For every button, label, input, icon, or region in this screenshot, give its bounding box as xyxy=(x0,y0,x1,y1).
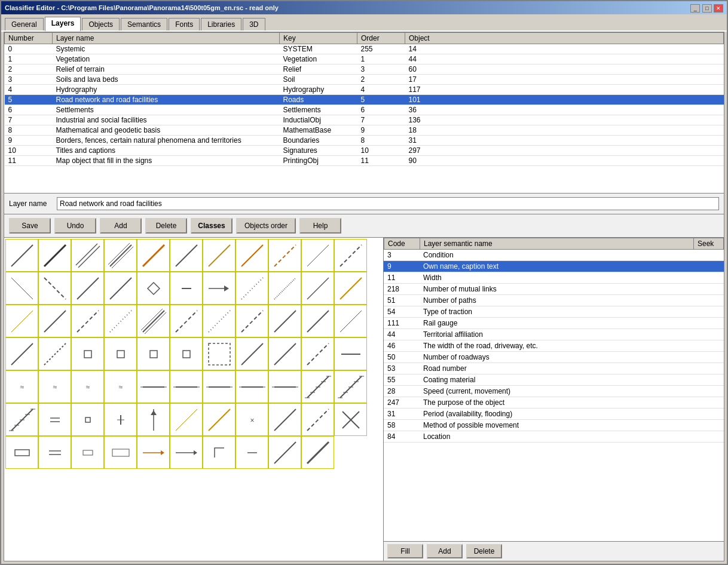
icon-cell[interactable] xyxy=(104,239,137,272)
tab-libraries[interactable]: Libraries xyxy=(201,18,241,30)
icon-cell[interactable] xyxy=(38,337,71,370)
icon-cell[interactable] xyxy=(104,436,137,469)
icon-cell[interactable] xyxy=(38,272,71,305)
semantics-row[interactable]: 51 Number of paths xyxy=(384,295,724,306)
delete-button[interactable]: Delete xyxy=(145,218,187,234)
icon-cell[interactable]: ≈ xyxy=(71,370,104,403)
icon-cell[interactable] xyxy=(235,436,268,469)
semantics-row[interactable]: 50 Number of roadways xyxy=(384,352,724,363)
sem-delete-button[interactable]: Delete xyxy=(466,544,502,558)
icon-cell[interactable] xyxy=(104,337,137,370)
maximize-button[interactable]: □ xyxy=(702,4,712,13)
icon-cell[interactable] xyxy=(203,305,235,337)
icon-cell[interactable] xyxy=(301,337,334,370)
semantics-row[interactable]: 3 Condition xyxy=(384,250,724,261)
icon-cell[interactable] xyxy=(71,272,104,305)
sem-add-button[interactable]: Add xyxy=(427,544,463,558)
tab-semantics[interactable]: Semantics xyxy=(121,18,167,30)
table-row[interactable]: 8 Mathematical and geodetic basis Mathem… xyxy=(5,125,724,136)
minimize-button[interactable]: _ xyxy=(690,4,700,13)
semantics-row[interactable]: 111 Rail gauge xyxy=(384,318,724,329)
table-row[interactable]: 4 Hydrography Hydrography 4 117 xyxy=(5,85,724,95)
icon-cell[interactable] xyxy=(104,305,137,337)
icon-cell[interactable] xyxy=(137,403,170,436)
icon-cell[interactable] xyxy=(268,436,301,469)
icon-cell[interactable] xyxy=(203,239,235,272)
semantics-row[interactable]: 9 Own name, caption text xyxy=(384,261,724,272)
tab-layers[interactable]: Layers xyxy=(45,17,81,32)
icon-cell[interactable] xyxy=(170,337,203,370)
icon-cell[interactable] xyxy=(137,436,170,469)
semantics-row[interactable]: 11 Width xyxy=(384,272,724,284)
icon-cell[interactable]: ≈ xyxy=(38,370,71,403)
icon-cell[interactable] xyxy=(104,272,137,305)
semantics-scroll[interactable]: 3 Condition 9 Own name, caption text 11 … xyxy=(384,250,724,539)
icon-cell[interactable] xyxy=(38,305,71,337)
icon-cell[interactable] xyxy=(5,305,38,337)
icon-cell[interactable] xyxy=(71,305,104,337)
semantics-row[interactable]: 58 Method of possible movement xyxy=(384,420,724,431)
table-row[interactable]: 3 Soils and lava beds Soil 2 17 xyxy=(5,75,724,85)
tab-objects[interactable]: Objects xyxy=(82,18,120,30)
icon-cell[interactable] xyxy=(334,272,367,305)
icon-cell[interactable] xyxy=(170,403,203,436)
icon-cell[interactable] xyxy=(268,403,301,436)
icon-cell[interactable] xyxy=(334,305,367,337)
table-row[interactable]: 9 Borders, fences, certain natural pheno… xyxy=(5,136,724,146)
icon-cell[interactable] xyxy=(235,370,268,403)
icon-cell[interactable] xyxy=(334,403,367,436)
semantics-row[interactable]: 247 The purpose of the object xyxy=(384,397,724,409)
add-button[interactable]: Add xyxy=(100,218,142,234)
classes-button[interactable]: Classes xyxy=(191,218,233,234)
semantics-row[interactable]: 46 The width of the road, driveway, etc. xyxy=(384,340,724,352)
icons-scroll[interactable]: ≈≈≈≈ × xyxy=(4,238,383,561)
semantics-row[interactable]: 218 Number of mutual links xyxy=(384,284,724,295)
icon-cell[interactable] xyxy=(301,370,334,403)
help-button[interactable]: Help xyxy=(299,218,341,234)
icon-cell[interactable] xyxy=(301,239,334,272)
table-row[interactable]: 10 Titles and captions Signatures 10 297 xyxy=(5,146,724,156)
icon-cell[interactable] xyxy=(301,403,334,436)
icon-cell[interactable] xyxy=(104,403,137,436)
semantics-row[interactable]: 44 Territorial affiliation xyxy=(384,329,724,340)
table-row[interactable]: 2 Relief of terrain Relief 3 60 xyxy=(5,65,724,75)
icon-cell[interactable] xyxy=(71,403,104,436)
icon-cell[interactable] xyxy=(334,370,367,403)
table-row[interactable]: 7 Industrial and social facilities Induc… xyxy=(5,115,724,125)
icon-cell[interactable] xyxy=(71,239,104,272)
table-row[interactable]: 1 Vegetation Vegetation 1 44 xyxy=(5,54,724,65)
icon-cell[interactable] xyxy=(170,272,203,305)
icon-cell[interactable] xyxy=(268,272,301,305)
icon-cell[interactable] xyxy=(170,239,203,272)
icon-cell[interactable] xyxy=(137,337,170,370)
icon-cell[interactable] xyxy=(137,272,170,305)
icon-cell[interactable] xyxy=(170,305,203,337)
table-row[interactable]: 0 Systemic SYSTEM 255 14 xyxy=(5,44,724,54)
icon-cell[interactable] xyxy=(71,436,104,469)
icon-cell[interactable] xyxy=(301,272,334,305)
table-row[interactable]: 11 Map object that fill in the signs Pri… xyxy=(5,156,724,166)
icon-cell[interactable] xyxy=(5,337,38,370)
icon-cell[interactable] xyxy=(170,370,203,403)
icon-cell[interactable] xyxy=(38,403,71,436)
table-row[interactable]: 5 Road network and road facilities Roads… xyxy=(5,95,724,105)
icon-cell[interactable] xyxy=(235,239,268,272)
semantics-row[interactable]: 84 Location xyxy=(384,431,724,443)
icon-cell[interactable] xyxy=(203,337,235,370)
icon-cell[interactable] xyxy=(334,337,367,370)
semantics-row[interactable]: 28 Speed (current, movement) xyxy=(384,386,724,397)
icon-cell[interactable]: ≈ xyxy=(5,370,38,403)
icon-cell[interactable] xyxy=(268,239,301,272)
icon-cell[interactable] xyxy=(137,239,170,272)
icon-cell[interactable] xyxy=(268,370,301,403)
close-button[interactable]: ✕ xyxy=(714,4,723,13)
semantics-row[interactable]: 54 Type of traction xyxy=(384,306,724,318)
icon-cell[interactable] xyxy=(301,436,334,469)
icon-cell[interactable] xyxy=(235,305,268,337)
tab-3d[interactable]: 3D xyxy=(243,18,265,30)
icon-cell[interactable] xyxy=(203,436,235,469)
layer-name-input[interactable] xyxy=(57,197,719,210)
icon-cell[interactable] xyxy=(203,370,235,403)
icon-cell[interactable] xyxy=(235,272,268,305)
tab-fonts[interactable]: Fonts xyxy=(169,18,200,30)
